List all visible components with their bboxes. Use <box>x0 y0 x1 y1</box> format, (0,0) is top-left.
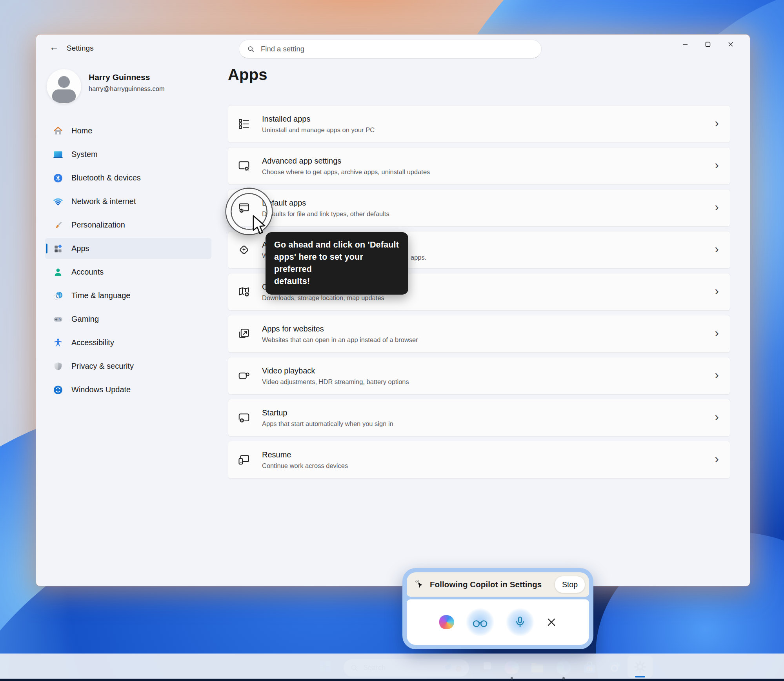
row-installed-apps[interactable]: Installed apps Uninstall and manage apps… <box>228 105 730 143</box>
row-advanced-app-settings[interactable]: Advanced app settings Choose where to ge… <box>228 147 730 185</box>
row-title: Installed apps <box>262 115 375 124</box>
vision-glasses-button[interactable] <box>466 608 494 636</box>
row-resume[interactable]: Resume Continue work across devices › <box>228 441 730 479</box>
row-default-apps[interactable]: Default apps Defaults for file and link … <box>228 189 730 227</box>
minimize-button[interactable] <box>674 36 697 53</box>
back-arrow-icon: ← <box>49 42 59 53</box>
settings-search[interactable] <box>239 40 542 58</box>
time-language-icon <box>53 291 63 301</box>
chevron-right-icon: › <box>715 119 719 127</box>
sidebar-item-time-language[interactable]: Time & language <box>45 285 211 306</box>
glasses-icon <box>471 616 489 629</box>
personalization-brush-icon <box>53 220 63 230</box>
copilot-tooltip: Go ahead and click on 'Default apps' her… <box>266 232 408 295</box>
desktop: { "icons": { "back_arrow": "←", "chevron… <box>0 0 784 681</box>
home-icon <box>53 126 63 136</box>
video-playback-icon <box>238 370 250 382</box>
back-button[interactable]: ← <box>46 40 62 54</box>
advanced-app-settings-icon <box>238 160 250 172</box>
stop-button[interactable]: Stop <box>555 576 585 593</box>
user-profile[interactable]: Harry Guinness harry@harryguinness.com <box>47 69 211 105</box>
settings-window: ← Settings Harry Guinness harry@harrygui… <box>36 35 750 586</box>
gaming-gamepad-icon <box>53 314 63 324</box>
maximize-icon <box>705 41 711 47</box>
sidebar-item-bluetooth-devices[interactable]: Bluetooth & devices <box>45 168 211 188</box>
tooltip-text: Go ahead and click on 'Default <box>274 239 400 251</box>
row-title: Resume <box>262 450 348 459</box>
sidebar-item-label: Privacy & security <box>71 362 134 371</box>
close-overlay-button[interactable] <box>546 617 557 628</box>
row-title: Default apps <box>262 198 389 208</box>
row-subtitle: Defaults for file and link types, other … <box>262 210 389 218</box>
microphone-button[interactable] <box>506 608 534 636</box>
window-controls <box>674 36 742 53</box>
sidebar-item-label: Gaming <box>71 315 99 324</box>
running-indicator-dot <box>562 677 565 679</box>
network-wifi-icon <box>53 197 63 207</box>
bluetooth-icon <box>53 173 63 183</box>
installed-apps-icon <box>238 118 250 130</box>
row-subtitle: Video adjustments, HDR streaming, batter… <box>262 378 409 386</box>
default-apps-icon <box>238 202 250 214</box>
screen-bottom-strip <box>0 679 784 681</box>
row-subtitle: Apps that start automatically when you s… <box>262 420 393 428</box>
selected-accent-bar <box>46 244 47 253</box>
profile-email: harry@harryguinness.com <box>89 85 165 93</box>
sidebar-item-privacy-security[interactable]: Privacy & security <box>45 356 211 377</box>
chevron-right-icon: › <box>715 413 719 421</box>
accessibility-person-icon <box>53 338 63 348</box>
sidebar-item-gaming[interactable]: Gaming <box>45 309 211 330</box>
sidebar-item-label: Accessibility <box>71 338 114 347</box>
row-title: Video playback <box>262 366 409 375</box>
sidebar-item-label: Apps <box>71 244 89 253</box>
row-subtitle: Continue work across devices <box>262 462 348 470</box>
search-icon <box>247 45 255 53</box>
sidebar-item-personalization[interactable]: Personalization <box>45 215 211 235</box>
window-title: Settings <box>67 44 94 53</box>
actions-icon <box>238 244 250 256</box>
chevron-right-icon: › <box>715 245 719 253</box>
microphone-icon <box>513 615 527 629</box>
offline-maps-icon <box>238 286 250 298</box>
sidebar-item-apps[interactable]: Apps <box>45 238 211 259</box>
sidebar-item-label: Bluetooth & devices <box>71 173 141 182</box>
sidebar-item-home[interactable]: Home <box>45 120 211 141</box>
windows-update-icon <box>53 385 63 395</box>
sidebar-item-label: Time & language <box>71 291 130 300</box>
copilot-logo-icon[interactable] <box>439 615 454 629</box>
sidebar-item-label: Windows Update <box>71 385 131 394</box>
sidebar-item-network-internet[interactable]: Network & internet <box>45 191 211 212</box>
sidebar-item-accessibility[interactable]: Accessibility <box>45 332 211 353</box>
sidebar-item-label: Home <box>71 126 92 135</box>
apps-icon <box>53 244 63 254</box>
chevron-right-icon: › <box>715 287 719 295</box>
row-startup[interactable]: Startup Apps that start automatically wh… <box>228 399 730 437</box>
resume-icon <box>238 453 250 466</box>
chevron-right-icon: › <box>715 203 719 211</box>
apps-for-websites-icon <box>238 328 250 340</box>
stop-button-label: Stop <box>562 580 578 589</box>
close-button[interactable] <box>719 36 742 53</box>
sidebar-item-label: Accounts <box>71 268 104 277</box>
copilot-status-bar: Following Copilot in Settings Stop <box>407 572 589 597</box>
profile-name: Harry Guinness <box>89 73 150 82</box>
chevron-right-icon: › <box>715 371 719 379</box>
sidebar-item-windows-update[interactable]: Windows Update <box>45 379 211 400</box>
sidebar-item-accounts[interactable]: Accounts <box>45 262 211 282</box>
sidebar-item-system[interactable]: System <box>45 144 211 165</box>
copilot-status-text: Following Copilot in Settings <box>430 580 542 589</box>
row-title: Apps for websites <box>262 324 418 333</box>
maximize-button[interactable] <box>697 36 719 53</box>
avatar <box>47 69 81 104</box>
settings-search-input[interactable] <box>260 44 533 54</box>
chevron-right-icon: › <box>715 161 719 169</box>
row-subtitle: Websites that can open in an app instead… <box>262 336 418 344</box>
running-indicator-dot <box>511 677 513 679</box>
row-video-playback[interactable]: Video playback Video adjustments, HDR st… <box>228 357 730 395</box>
close-icon <box>728 41 734 47</box>
startup-icon <box>238 412 250 424</box>
privacy-shield-icon <box>53 361 63 371</box>
page-title: Apps <box>228 66 267 84</box>
row-apps-for-websites[interactable]: Apps for websites Websites that can open… <box>228 315 730 353</box>
sidebar: Home System Bluetooth & devices Network … <box>45 120 211 403</box>
